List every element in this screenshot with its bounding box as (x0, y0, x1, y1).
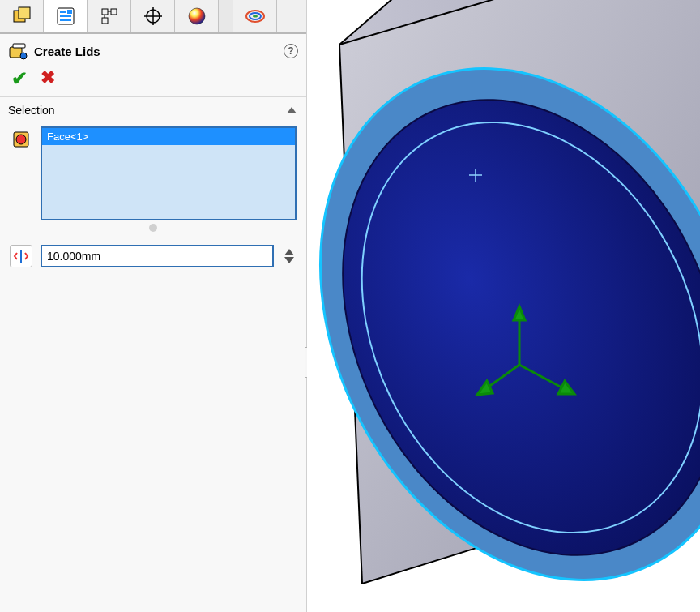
svg-rect-9 (102, 18, 108, 24)
thickness-input[interactable] (41, 245, 274, 267)
svg-point-18 (253, 15, 258, 17)
flow-simulation-icon (245, 6, 266, 27)
spinner-up-button[interactable] (284, 249, 294, 255)
target-icon (143, 6, 164, 27)
svg-rect-20 (13, 44, 25, 48)
tab-gap (219, 0, 233, 32)
face-selection-icon (10, 128, 32, 151)
property-manager-panel: Create Lids ? ✔ ✖ Selection Face<1> (0, 0, 307, 612)
appearance-tab[interactable] (175, 0, 219, 32)
collapse-caret-icon (287, 107, 297, 113)
selection-group-label: Selection (8, 104, 55, 117)
feature-title: Create Lids (34, 45, 277, 58)
thickness-icon (10, 245, 32, 267)
svg-point-15 (189, 8, 205, 24)
selection-list[interactable]: Face<1> (41, 126, 297, 220)
ok-button[interactable]: ✔ (11, 69, 28, 88)
features-tab[interactable] (0, 0, 44, 32)
manager-tabstrip (0, 0, 306, 34)
thickness-spinner (282, 249, 297, 263)
svg-rect-8 (111, 9, 117, 15)
property-manager-tab[interactable] (44, 0, 88, 32)
configuration-manager-icon (99, 6, 120, 27)
help-button[interactable]: ? (284, 44, 298, 58)
selection-group-header[interactable]: Selection (0, 96, 306, 122)
property-manager-icon (55, 6, 76, 27)
model-view (307, 0, 700, 612)
spinner-down-button[interactable] (284, 257, 294, 263)
selection-group-body: Face<1> (0, 122, 306, 277)
confirm-row: ✔ ✖ (0, 64, 306, 96)
svg-rect-7 (102, 9, 108, 15)
svg-point-21 (20, 53, 27, 59)
configuration-manager-tab[interactable] (88, 0, 131, 32)
svg-rect-6 (67, 10, 72, 14)
dimxpert-tab[interactable] (131, 0, 175, 32)
graphics-viewport[interactable] (307, 0, 700, 612)
appearance-sphere-icon (186, 6, 207, 27)
selection-item[interactable]: Face<1> (42, 128, 295, 145)
svg-point-23 (16, 135, 26, 144)
create-lids-icon (8, 41, 28, 61)
flow-tab[interactable] (233, 0, 277, 32)
feature-manager-icon (11, 6, 32, 27)
resize-grip-icon[interactable] (149, 224, 157, 232)
svg-rect-1 (19, 7, 30, 19)
cancel-button[interactable]: ✖ (41, 69, 55, 88)
feature-header: Create Lids ? (0, 34, 306, 64)
